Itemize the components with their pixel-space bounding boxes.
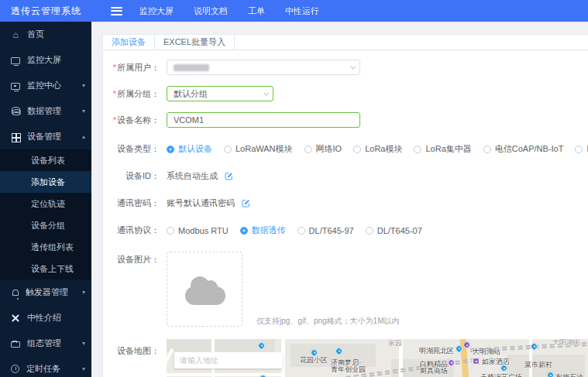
chevron-down-icon: ▾ [82,289,85,296]
form-card: 添加设备 EXCEL批量导入 *所属用户： [102,34,588,377]
map-label: 天桥演艺广场 [480,374,522,377]
tab-excel-import[interactable]: EXCEL批量导入 [155,35,235,50]
radio-icon [304,146,312,153]
radio-icon [240,227,248,235]
folder-icon [11,341,20,348]
radio-icon [414,146,421,153]
sidebar-item-monitor-center[interactable]: 监控中心 ▾ [0,73,91,98]
sidebar-item-add-device[interactable]: 添加设备 [0,171,91,193]
radio-icon [167,146,174,153]
map-label: 家园 [388,340,402,347]
owner-label: *所属用户： [103,62,160,74]
chevron-down-icon [350,64,356,70]
device-map-label: 设备地图： [103,345,160,357]
main-content: 添加设备 EXCEL批量导入 *所属用户： [91,22,588,377]
radio-lora-concentrator[interactable]: LoRa集中器 [414,143,471,155]
sidebar-item-data-management[interactable]: 数据管理 ▾ [0,98,91,124]
map-search-box [174,352,283,368]
map-label: 东华石油 [555,374,583,377]
chevron-down-icon: ▾ [82,340,85,347]
sidebar-item-monitor-screen[interactable]: 监控大屏 [0,47,91,73]
device-type-radio-group: 默认设备 LoRaWAN模块 网络IO LoRa模块 LoRa集中器 电信CoA… [167,143,588,155]
device-id-label: 设备ID： [103,170,160,182]
screen-icon [11,56,20,65]
device-map[interactable]: 花园小区 济南梦启· 青年创业园 家园 明湖苑北区 大明湖站 如家酒店 白鹤精品… [167,339,588,377]
tools-icon [11,314,20,323]
sidebar-item-trigger-management[interactable]: 触发器管理 ▾ [0,279,91,305]
chevron-down-icon: ▾ [82,108,85,115]
sidebar-item-config-management[interactable]: 组态管理 ▾ [0,331,91,356]
radio-modbus-rtu[interactable]: Modbus RTU [167,226,229,235]
bell-icon [12,290,19,296]
topnav-workorder[interactable]: 工单 [248,5,265,17]
sidebar-item-location-track[interactable]: 定位轨迹 [0,193,91,214]
device-name-label: *设备名称： [103,115,160,126]
topnav-neutral-run[interactable]: 中性运行 [285,5,319,17]
device-id-value: 系统自动生成 [167,170,218,182]
protocol-radio-group: Modbus RTU 数据透传 DL/T645-97 DL/T645-07 [167,224,422,236]
radio-dlt645-07[interactable]: DL/T645-07 [366,226,422,235]
metro-station-icon [463,341,470,348]
cloud-placeholder-icon [185,286,225,305]
monitor-center-icon [11,81,20,91]
radio-icon [366,227,373,235]
sidebar-item-passthrough-group-list[interactable]: 透传组列表 [0,236,91,258]
topnav-docs[interactable]: 说明文档 [194,5,228,17]
comm-password-label: 通讯密码： [103,197,160,209]
device-image-upload[interactable] [167,252,242,327]
sidebar-item-scheduled-tasks[interactable]: 定时任务 ▾ [0,356,91,377]
topbar: 透传云管理系统 监控大屏 说明文档 工单 中性运行 [0,0,588,22]
sidebar-item-device-online-offline[interactable]: 设备上下线 [0,258,91,279]
radio-data-passthrough[interactable]: 数据透传 [240,224,286,236]
grid-icon [11,132,20,142]
device-submenu: 设备列表 添加设备 定位轨迹 设备分组 透传组列表 设备上下线 [0,149,91,279]
database-icon [12,107,20,115]
map-poi-icon [547,372,554,377]
sidebar-item-home[interactable]: ⌂ 首页 [0,22,91,47]
edit-icon[interactable] [242,199,250,207]
map-poi-icon [500,365,507,372]
chevron-down-icon: ▾ [82,82,85,89]
sidebar-item-device-management[interactable]: 设备管理 ▴ [0,124,91,149]
radio-network-io[interactable]: 网络IO [304,143,342,155]
radio-icon [224,146,232,153]
device-image-hint: 仅支持jpg、gif、png格式；大小为1M以内 [256,316,399,327]
add-device-form: *所属用户： *所属分组： 默认分组 [103,50,588,377]
radio-dlt645-97[interactable]: DL/T645-97 [297,226,354,235]
device-name-field[interactable] [167,112,360,128]
radio-coap-nbiot[interactable]: 电信CoAP/NB-IoT [483,143,564,155]
edit-icon[interactable] [225,172,233,180]
radio-lorawan-module[interactable]: LoRaWAN模块 [224,143,293,155]
map-label: 菜市新村 [524,362,552,368]
radio-default-device[interactable]: 默认设备 [167,143,212,155]
menu-toggle-icon[interactable] [111,7,122,15]
sidebar-item-device-group[interactable]: 设备分组 [0,214,91,236]
owner-select[interactable] [167,60,360,75]
home-icon: ⌂ [11,30,20,39]
radio-lora-module[interactable]: LoRa模块 [353,143,402,155]
group-select[interactable]: 默认分组 [167,86,273,101]
tab-add-device[interactable]: 添加设备 [103,35,155,50]
clock-icon [11,365,19,373]
radio-plc-gateway[interactable]: PLC云网关 [575,143,588,155]
map-label: 白鹤精品 厨具商场 [420,361,448,375]
sidebar-item-neutral-intro[interactable]: 中性介绍 [0,305,91,331]
group-select-value: 默认分组 [174,88,208,100]
tab-bar: 添加设备 EXCEL批量导入 [103,35,588,50]
comm-password-value: 账号默认通讯密码 [167,197,235,209]
device-name-input[interactable] [174,115,353,125]
topnav-monitor-screen[interactable]: 监控大屏 [139,5,174,17]
device-type-label: 设备类型： [103,143,160,155]
chevron-up-icon: ▴ [82,133,85,140]
app-title: 透传云管理系统 [11,5,81,18]
radio-icon [297,227,305,235]
map-address-input[interactable] [180,356,277,365]
owner-value-redacted [174,64,209,71]
sidebar-item-device-list[interactable]: 设备列表 [0,149,91,171]
app-window: 透传云管理系统 监控大屏 说明文档 工单 中性运行 ⌂ 首页 监控大屏 监控中心… [0,0,588,377]
top-nav: 监控大屏 说明文档 工单 中性运行 [139,5,319,17]
map-label: 如家酒店 [482,358,510,365]
protocol-label: 通讯协议： [103,224,160,236]
device-image-label: 设备图片： [103,254,160,266]
sidebar: ⌂ 首页 监控大屏 监控中心 ▾ 数据管理 ▾ 设备管理 ▴ [0,22,91,377]
